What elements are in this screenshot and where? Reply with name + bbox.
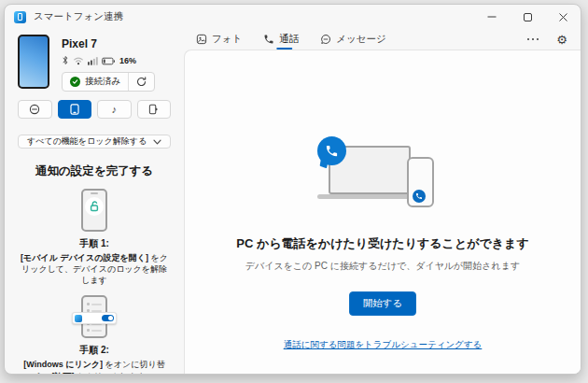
close-button[interactable] — [545, 5, 581, 29]
sidebar: Pixel 7 16% 接続済み — [5, 29, 184, 374]
cellular-signal-icon — [88, 56, 98, 65]
main-area: フォト 通話 メッセージ ⚙ — [184, 29, 581, 374]
apps-button[interactable] — [137, 100, 172, 119]
unlock-icon — [85, 197, 104, 216]
step2-illustration — [64, 295, 124, 338]
battery-percent: 16% — [119, 56, 136, 65]
link-to-windows-toggle — [72, 312, 117, 324]
bluetooth-icon — [62, 55, 69, 65]
tab-photos[interactable]: フォト — [196, 29, 242, 50]
app-logo-icon — [14, 11, 26, 23]
settings-gear-icon[interactable]: ⚙ — [556, 34, 567, 46]
device-apps-icon — [148, 104, 159, 115]
maximize-button[interactable] — [510, 5, 545, 29]
phone-icon — [70, 104, 79, 115]
toggle-on-icon — [102, 315, 114, 321]
unlock-features-label: すべての機能をロック解除する — [27, 135, 147, 148]
do-not-disturb-button[interactable] — [18, 100, 52, 119]
connection-chip: 接続済み — [62, 72, 155, 92]
active-tab-underline — [276, 48, 292, 50]
setup-heading: 通知の設定を完了する — [18, 163, 171, 179]
quick-actions: ♪ — [18, 100, 171, 119]
device-status-icons: 16% — [62, 55, 155, 65]
connection-status: 接続済み — [85, 76, 120, 88]
step1-illustration — [64, 189, 124, 232]
window-title: スマートフォン連携 — [34, 10, 123, 23]
message-icon — [320, 34, 331, 45]
unlock-features-expander[interactable]: すべての機能をロック解除する — [18, 135, 171, 149]
calls-illustration — [308, 136, 457, 211]
call-bubble-icon — [317, 136, 346, 165]
titlebar: スマートフォン連携 — [5, 5, 581, 29]
calls-panel: PC から電話をかけたり受けたりすることができます デバイスをこの PC に接続… — [184, 50, 581, 374]
window-controls — [474, 5, 581, 29]
step2-text: [Windows にリンク] をオンに切り替え、[許可] をクリックします。 — [18, 359, 171, 375]
calls-title: PC から電話をかけたり受けたりすることができます — [236, 235, 528, 252]
phone-screen-button[interactable] — [58, 100, 92, 119]
photo-icon — [196, 34, 207, 45]
troubleshoot-link[interactable]: 通話に関する問題をトラブルシューティングする — [284, 339, 483, 351]
device-thumbnail — [18, 35, 49, 89]
link-app-icon — [75, 315, 82, 322]
tab-calls[interactable]: 通話 — [263, 29, 299, 50]
chevron-down-icon — [153, 139, 161, 145]
step2-label: 手順 2: — [18, 344, 171, 357]
start-button[interactable]: 開始する — [349, 291, 417, 316]
wifi-icon — [73, 56, 84, 65]
phone-call-badge-icon — [413, 190, 426, 203]
audio-button[interactable]: ♪ — [97, 100, 132, 119]
call-icon — [263, 34, 274, 45]
step1-label: 手順 1: — [18, 237, 171, 250]
battery-icon — [102, 57, 115, 65]
calls-subtitle: デバイスをこの PC に接続するだけで、ダイヤルが開始されます — [245, 260, 521, 273]
device-name: Pixel 7 — [62, 37, 155, 50]
step1-text: [モバイル デバイスの設定を開く] をクリックして、デバイスのロックを解除します — [18, 252, 171, 286]
refresh-button[interactable] — [129, 73, 154, 91]
tab-messages[interactable]: メッセージ — [320, 29, 385, 50]
music-note-icon: ♪ — [112, 105, 118, 115]
connected-check-icon — [70, 77, 80, 87]
phone-link-window: スマートフォン連携 Pixel 7 — [4, 4, 581, 375]
refresh-icon — [136, 77, 147, 87]
device-header: Pixel 7 16% 接続済み — [18, 35, 171, 92]
minimize-button[interactable] — [474, 5, 510, 29]
tab-bar: フォト 通話 メッセージ ⚙ — [184, 29, 581, 50]
do-not-disturb-icon — [29, 104, 40, 115]
more-options-button[interactable] — [525, 36, 541, 43]
